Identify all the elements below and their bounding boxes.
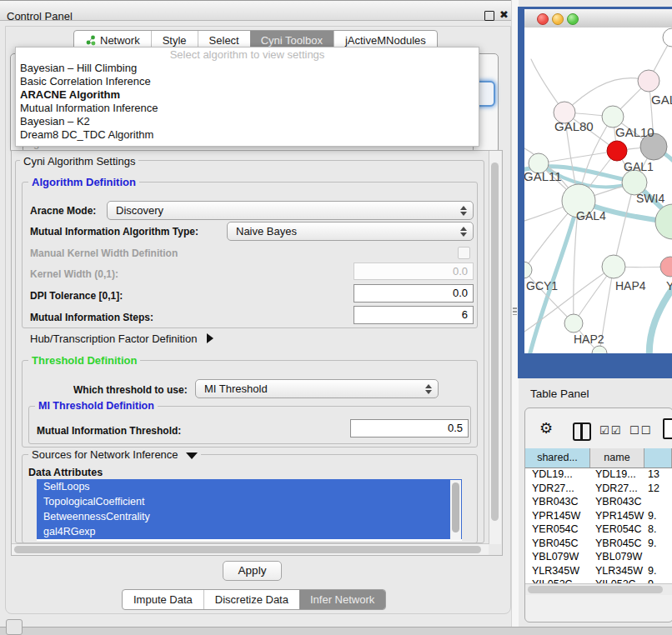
- table-panel-title: Table Panel: [530, 388, 589, 400]
- vertical-scrollbar[interactable]: [489, 151, 501, 544]
- table-cell: YER054C: [590, 522, 644, 537]
- node-label-gcy1: GCY1: [526, 279, 558, 292]
- kernel-width-label: Kernel Width (0,1):: [30, 268, 118, 280]
- threshold-definition-title: Threshold Definition: [28, 354, 140, 367]
- algorithm-option[interactable]: Bayesian – Hill Climbing: [16, 62, 479, 75]
- mi-threshold-label: Mutual Information Threshold:: [37, 425, 181, 437]
- mi-algorithm-type-value: Naive Bayes: [236, 225, 297, 238]
- node-label-y: Y: [666, 279, 672, 292]
- table-row[interactable]: YPR145WYPR145W9.: [525, 509, 672, 523]
- attribute-item[interactable]: TopologicalCoefficient: [37, 494, 462, 509]
- tab-discretize-data[interactable]: Discretize Data: [203, 590, 299, 609]
- table-cell: YBR043C: [525, 495, 590, 509]
- table-cell: 12: [644, 482, 672, 496]
- table-cell: YLR345W: [590, 564, 644, 578]
- mi-threshold-field[interactable]: 0.5: [350, 419, 469, 438]
- kernel-width-field[interactable]: 0.0: [354, 262, 474, 280]
- attribute-item[interactable]: SelfLoops: [37, 479, 462, 494]
- bottom-left-panel-button[interactable]: [6, 619, 23, 635]
- minimize-traffic-light-icon[interactable]: [552, 13, 564, 25]
- node-salmon-right[interactable]: [660, 257, 672, 277]
- table-row[interactable]: YLR345WYLR345W9.: [525, 564, 672, 578]
- gear-icon[interactable]: ⚙: [539, 419, 553, 437]
- float-window-icon[interactable]: [484, 11, 494, 21]
- checked-checkbox-pair-icon[interactable]: ☑☑: [599, 424, 622, 437]
- column-header[interactable]: [644, 448, 672, 468]
- node-label-gal1: GAL1: [624, 160, 654, 173]
- data-attributes-list: SelfLoopsTopologicalCoefficientBetweenne…: [37, 479, 462, 541]
- table-body: YDL19...YDL19...13YDR27...YDR27...12YBR0…: [525, 468, 672, 592]
- node-gcy1[interactable]: [524, 262, 532, 278]
- algorithm-option[interactable]: Dream8 DC_TDC Algorithm: [16, 128, 479, 142]
- stepper-arrows-icon: [459, 226, 467, 238]
- node-bottom-partial[interactable]: [592, 346, 607, 353]
- node-big-right[interactable]: [655, 204, 672, 239]
- table-row[interactable]: YBL079WYBL079W: [525, 550, 672, 564]
- dpi-tolerance-field[interactable]: 0.0: [354, 284, 474, 302]
- node-hap4[interactable]: [602, 255, 625, 278]
- table-horizontal-scrollbar[interactable]: [525, 583, 672, 595]
- node-red[interactable]: [607, 141, 627, 161]
- node-hap2[interactable]: [564, 314, 583, 332]
- attributes-scrollbar-thumb[interactable]: [452, 482, 459, 532]
- unchecked-checkbox-pair-icon[interactable]: ☐☐: [629, 424, 652, 437]
- table-row[interactable]: YBR043CYBR043C: [525, 495, 672, 509]
- table-cell: YDR27...: [590, 482, 644, 496]
- tab-infer-network[interactable]: Infer Network: [299, 590, 385, 609]
- apply-button[interactable]: Apply: [223, 561, 282, 581]
- table-cell: [644, 550, 672, 564]
- algorithm-option[interactable]: ARACNE Algorithm: [16, 88, 479, 102]
- zoom-traffic-light-icon[interactable]: [567, 13, 579, 25]
- attribute-item[interactable]: BetweennessCentrality: [37, 509, 462, 524]
- table-row[interactable]: YER054CYER054C8.: [525, 522, 672, 537]
- horizontal-scrollbar[interactable]: [12, 543, 489, 555]
- mi-algorithm-type-label: Mutual Information Algorithm Type:: [30, 226, 198, 238]
- column-header[interactable]: name: [590, 448, 644, 468]
- node-top-right-partial[interactable]: [663, 28, 672, 47]
- tab-label: Discretize Data: [215, 591, 288, 609]
- table-cell: YBR043C: [590, 495, 644, 509]
- node-pink-gal[interactable]: [638, 70, 659, 92]
- node-label-swi4: SWI4: [636, 192, 664, 205]
- which-threshold-combo[interactable]: MI Threshold: [195, 379, 439, 398]
- attributes-scrollbar[interactable]: [450, 480, 461, 540]
- splitter-grip-icon[interactable]: [513, 308, 517, 315]
- sources-toggle[interactable]: Sources for Network Inference: [28, 448, 201, 461]
- table-cell: 9.: [644, 537, 672, 551]
- network-canvas[interactable]: GALGAL80GAL10GAL1GAL11SWI4GAL4GCY1HAP4YH…: [524, 28, 672, 353]
- bottom-status-bar: [0, 627, 672, 635]
- aracne-mode-combo[interactable]: Discovery: [107, 201, 474, 220]
- horizontal-scrollbar-thumb[interactable]: [14, 546, 481, 553]
- column-header[interactable]: shared...: [525, 448, 590, 468]
- close-traffic-light-icon[interactable]: [537, 13, 549, 25]
- node-label-hap4: HAP4: [615, 279, 646, 292]
- algorithm-option[interactable]: Basic Correlation Inference: [16, 75, 479, 88]
- algorithm-option[interactable]: Bayesian – K2: [16, 115, 479, 128]
- table-cell: YPR145W: [590, 509, 644, 523]
- table-row[interactable]: YDL19...YDL19...13: [525, 468, 672, 482]
- mi-steps-field[interactable]: 6: [354, 306, 474, 324]
- node-label-gal10: GAL10: [615, 125, 654, 139]
- algorithm-option[interactable]: Mutual Information Inference: [16, 102, 479, 115]
- mi-algorithm-type-combo[interactable]: Naive Bayes: [227, 222, 474, 241]
- vertical-scrollbar-thumb[interactable]: [491, 162, 499, 521]
- table-row[interactable]: YDR27...YDR27...12: [525, 482, 672, 496]
- stepper-arrows-icon: [424, 383, 432, 395]
- table-row[interactable]: YBR045CYBR045C9.: [525, 537, 672, 551]
- attribute-item[interactable]: gal4RGexp: [37, 524, 462, 539]
- network-edge: [614, 182, 634, 267]
- dpi-tolerance-label: DPI Tolerance [0,1]:: [30, 290, 123, 302]
- tab-impute-data[interactable]: Impute Data: [123, 590, 203, 609]
- split-columns-icon[interactable]: [573, 422, 591, 441]
- collapse-down-icon[interactable]: [186, 452, 198, 459]
- table-cell: YPR145W: [525, 509, 590, 523]
- table-scrollbar-thumb[interactable]: [528, 586, 663, 593]
- table-cell: YBR045C: [525, 537, 590, 551]
- network-icon: [85, 35, 96, 46]
- which-threshold-value: MI Threshold: [204, 382, 268, 395]
- manual-kernel-width-checkbox[interactable]: [458, 247, 470, 259]
- expand-right-icon[interactable]: [207, 333, 213, 343]
- close-icon[interactable]: ✖: [499, 8, 509, 21]
- document-icon[interactable]: [663, 418, 672, 439]
- hub-section-toggle[interactable]: Hub/Transcription Factor Definition: [30, 332, 213, 345]
